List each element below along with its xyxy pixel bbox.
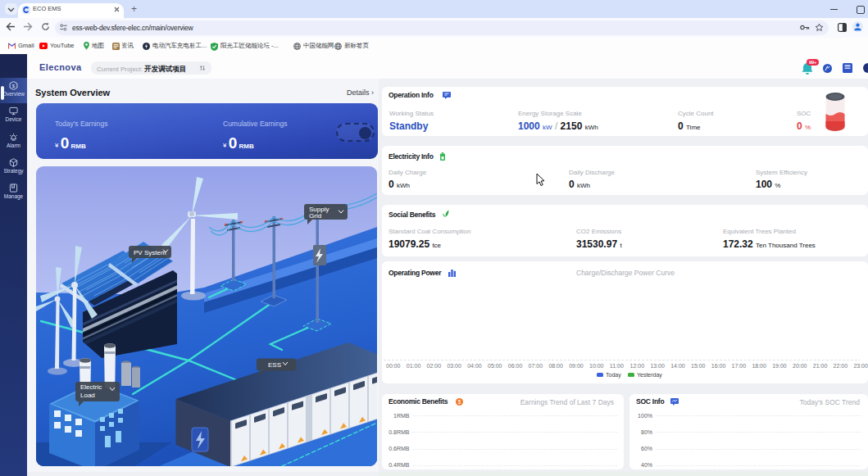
svg-text:PV System: PV System <box>134 249 166 256</box>
svg-text:Electric: Electric <box>80 383 102 391</box>
svg-text:ESS: ESS <box>268 361 281 369</box>
svg-text:Grid: Grid <box>309 212 321 220</box>
svg-text:$: $ <box>12 84 16 88</box>
svg-text:Load: Load <box>80 392 95 399</box>
